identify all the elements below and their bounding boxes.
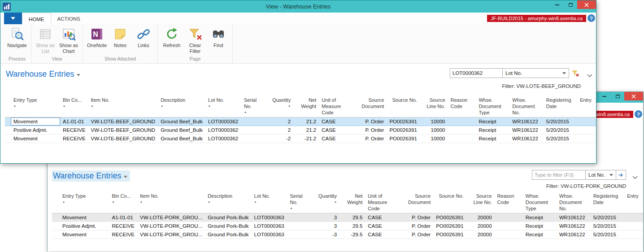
- table-cell[interactable]: P. Order: [398, 213, 433, 222]
- table-cell[interactable]: PO0026391: [387, 135, 419, 143]
- table-cell[interactable]: LOT0000362: [205, 126, 241, 135]
- table-cell[interactable]: [495, 230, 523, 239]
- table-cell[interactable]: [448, 117, 476, 126]
- table-row[interactable]: Positive Adjmt.RECEIVEVW-LOTE-PORK_GROU.…: [52, 222, 643, 230]
- column-header[interactable]: Serial No.▲: [287, 191, 312, 213]
- table-cell[interactable]: A1-01-01: [60, 117, 88, 126]
- tab-actions[interactable]: ACTIONS: [51, 13, 87, 24]
- table-cell[interactable]: [495, 222, 523, 230]
- table-row[interactable]: MovementRECEIVEVW-LOTE-BEEF_GROUNDGround…: [5, 135, 596, 143]
- table-cell[interactable]: Receipt: [476, 126, 509, 135]
- table-row[interactable]: MovementA1-01-01VW-LOTE-BEEF_GROUNDGroun…: [5, 117, 596, 126]
- column-header[interactable]: Entry: [577, 96, 596, 117]
- table-cell[interactable]: [241, 117, 266, 126]
- table-cell[interactable]: Receipt: [523, 213, 557, 222]
- table-cell[interactable]: 29.5: [339, 222, 365, 230]
- titlebar[interactable]: View - Warehouse Entries: [0, 0, 596, 13]
- table-cell[interactable]: [241, 135, 266, 143]
- table-cell[interactable]: 10000: [420, 126, 448, 135]
- help-button[interactable]: ?: [587, 14, 595, 22]
- table-cell[interactable]: VW-LOTE-PORK_GROU...: [137, 213, 205, 222]
- table-cell[interactable]: LOT0000363: [252, 213, 287, 222]
- table-cell[interactable]: Movement: [11, 135, 60, 143]
- table-cell[interactable]: Movement: [11, 117, 60, 126]
- table-cell[interactable]: PO0026391: [433, 213, 466, 222]
- table-cell[interactable]: P. Order: [352, 117, 387, 126]
- column-header[interactable]: Description▲: [158, 96, 205, 117]
- table-cell[interactable]: PO0026391: [433, 222, 466, 230]
- table-cell[interactable]: 20000: [466, 230, 495, 239]
- minimize-button[interactable]: [597, 92, 611, 100]
- table-cell[interactable]: VW-LOTE-PORK_GROU...: [137, 230, 205, 239]
- table-cell[interactable]: RECEIVE: [60, 126, 88, 135]
- filter-field-select[interactable]: Lot No.: [586, 170, 616, 180]
- table-cell[interactable]: -21.2: [293, 135, 319, 143]
- column-header[interactable]: Registering Date: [591, 191, 625, 213]
- table-cell[interactable]: Ground Pork-Bulk: [205, 230, 251, 239]
- table-cell[interactable]: LOT0000362: [205, 117, 241, 126]
- table-cell[interactable]: WR106122: [557, 230, 591, 239]
- table-cell[interactable]: 20000: [466, 222, 495, 230]
- table-cell[interactable]: WR106122: [509, 135, 544, 143]
- column-header[interactable]: Quantity▲: [266, 96, 293, 117]
- table-cell[interactable]: [287, 230, 312, 239]
- tab-home[interactable]: HOME: [22, 13, 51, 24]
- column-header[interactable]: Whse. Document Type: [523, 191, 557, 213]
- table-cell[interactable]: CASE: [319, 126, 352, 135]
- table-cell[interactable]: Positive Adjmt.: [11, 126, 60, 135]
- table-cell[interactable]: P. Order: [398, 230, 433, 239]
- column-header[interactable]: Source No.: [387, 96, 419, 117]
- table-cell[interactable]: 5/20/2015: [544, 117, 577, 126]
- table-cell[interactable]: CASE: [365, 230, 398, 239]
- column-header[interactable]: Quantity▲: [312, 191, 339, 213]
- table-cell[interactable]: RECEIVE: [109, 222, 138, 230]
- column-header[interactable]: Source Line No.: [466, 191, 495, 213]
- table-cell[interactable]: Movement: [60, 213, 109, 222]
- minimize-button[interactable]: [550, 0, 564, 9]
- table-cell[interactable]: 5/20/2015: [591, 230, 625, 239]
- close-button[interactable]: [577, 0, 596, 9]
- table-cell[interactable]: 20000: [466, 213, 495, 222]
- maximize-button[interactable]: [611, 92, 624, 100]
- column-header[interactable]: Lot No.▲: [205, 96, 241, 117]
- column-header[interactable]: Unit of Measure Code: [319, 96, 352, 117]
- column-header[interactable]: Bin Co...▲: [109, 191, 138, 213]
- table-cell[interactable]: LOT0000362: [205, 135, 241, 143]
- table-cell[interactable]: WR106122: [557, 222, 591, 230]
- table-cell[interactable]: Ground Beef_Bulk: [158, 126, 205, 135]
- column-header[interactable]: Net Weight: [293, 96, 319, 117]
- column-header[interactable]: Source Document: [398, 191, 433, 213]
- table-cell[interactable]: 3: [312, 222, 339, 230]
- table-cell[interactable]: VW-LOTE-PORK_GROU...: [137, 222, 205, 230]
- clear-filter-quick-button[interactable]: [569, 68, 581, 78]
- table-row[interactable]: MovementA1-01-01VW-LOTE-PORK_GROU...Grou…: [52, 213, 643, 222]
- table-cell[interactable]: Positive Adjmt.: [60, 222, 109, 230]
- apply-filter-button[interactable]: [616, 170, 626, 180]
- table-cell[interactable]: [287, 222, 312, 230]
- table-cell[interactable]: [624, 230, 643, 239]
- column-header[interactable]: Description▲: [205, 191, 251, 213]
- table-row[interactable]: Positive Adjmt.RECEIVEVW-LOTE-BEEF_GROUN…: [5, 126, 596, 135]
- table-row[interactable]: MovementRECEIVEVW-LOTE-PORK_GROU...Groun…: [52, 230, 643, 239]
- table-cell[interactable]: VW-LOTE-BEEF_GROUND: [88, 126, 158, 135]
- table-cell[interactable]: CASE: [319, 117, 352, 126]
- column-header[interactable]: Item No.▲: [88, 96, 158, 117]
- column-header[interactable]: Source No.: [433, 191, 466, 213]
- column-header[interactable]: Serial No.▲: [241, 96, 266, 117]
- table-cell[interactable]: RECEIVE: [60, 135, 88, 143]
- find-button[interactable]: Find: [207, 25, 230, 48]
- table-cell[interactable]: [577, 117, 596, 126]
- column-header[interactable]: Source Document: [352, 96, 387, 117]
- table-cell[interactable]: VW-LOTE-BEEF_GROUND: [88, 117, 158, 126]
- collapse-pane-button[interactable]: [632, 173, 638, 181]
- close-button[interactable]: [624, 92, 643, 100]
- table-cell[interactable]: CASE: [365, 213, 398, 222]
- table-cell[interactable]: Receipt: [476, 117, 509, 126]
- column-header[interactable]: Entry Type▲: [11, 96, 60, 117]
- table-cell[interactable]: A1-01-01: [109, 213, 138, 222]
- table-cell[interactable]: Receipt: [476, 135, 509, 143]
- table-cell[interactable]: P. Order: [352, 126, 387, 135]
- table-cell[interactable]: Ground Beef_Bulk: [158, 117, 205, 126]
- table-cell[interactable]: RECEIVE: [109, 230, 138, 239]
- links-button[interactable]: Links: [132, 25, 155, 48]
